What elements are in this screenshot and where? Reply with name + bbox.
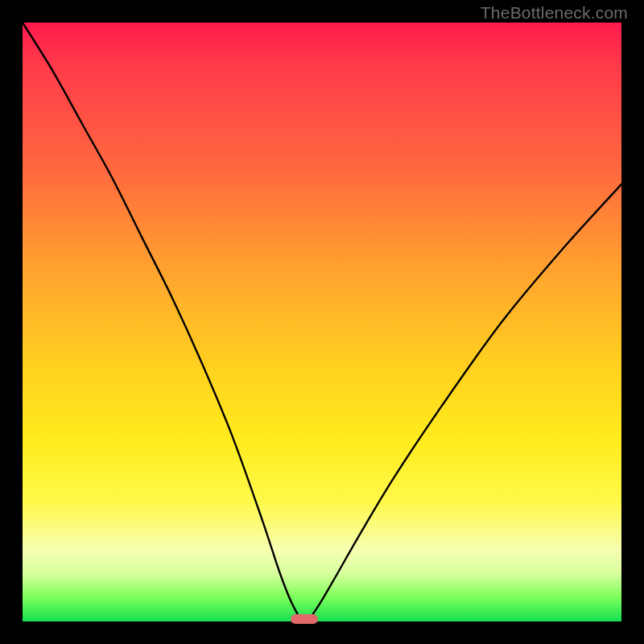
plot-area <box>23 23 621 621</box>
bottleneck-curve <box>23 23 621 621</box>
valley-marker <box>291 614 318 624</box>
chart-frame: TheBottleneck.com <box>0 0 644 644</box>
watermark-text: TheBottleneck.com <box>481 3 628 23</box>
curve-layer <box>23 23 621 621</box>
